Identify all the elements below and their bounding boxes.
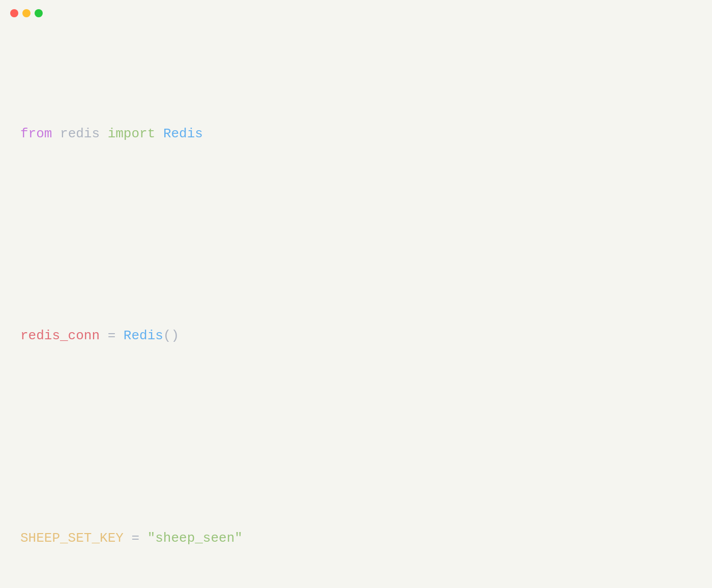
title-bar <box>0 0 712 22</box>
maximize-button[interactable] <box>35 9 43 17</box>
code-line-5: SHEEP_SET_KEY = "sheep_seen" <box>20 527 692 549</box>
close-button[interactable] <box>10 9 18 17</box>
code-line-1: from redis import Redis <box>20 123 692 145</box>
code-line-3: redis_conn = Redis() <box>20 325 692 347</box>
code-container: from redis import Redis redis_conn = Red… <box>0 22 712 588</box>
minimize-button[interactable] <box>22 9 31 17</box>
